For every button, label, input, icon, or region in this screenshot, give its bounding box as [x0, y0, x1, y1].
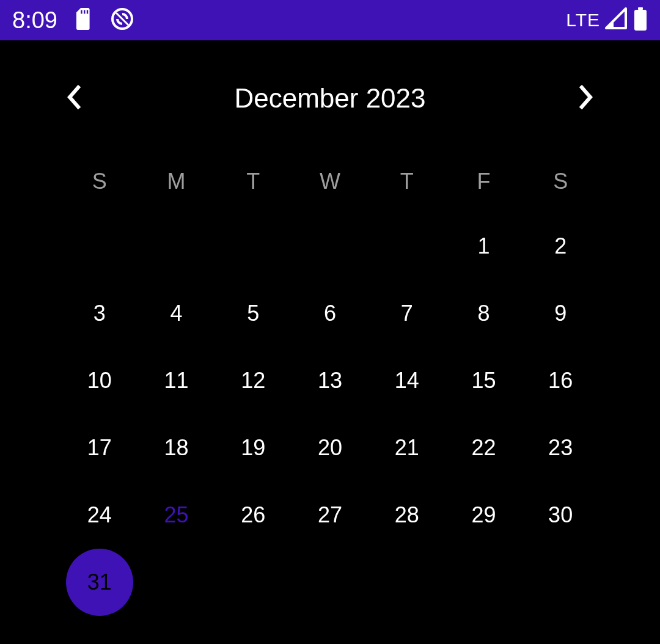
day-cell[interactable]: 12: [215, 347, 292, 414]
day-cell[interactable]: 11: [138, 347, 215, 414]
empty-day-cell: [369, 213, 446, 280]
next-month-button[interactable]: [574, 86, 599, 111]
day-number: 19: [219, 414, 287, 481]
empty-day-cell: [215, 213, 292, 280]
day-number: 16: [527, 347, 594, 414]
day-cell[interactable]: 15: [446, 347, 522, 414]
day-number: 27: [296, 481, 364, 549]
day-number: 9: [527, 280, 594, 347]
day-number: 21: [373, 414, 441, 481]
month-title[interactable]: December 2023: [234, 83, 425, 114]
day-number: 30: [527, 481, 594, 549]
weekday-header: W: [292, 169, 369, 194]
day-cell[interactable]: 23: [522, 414, 599, 481]
day-number: 15: [450, 347, 517, 414]
weekday-header: M: [138, 169, 215, 194]
weekday-header: S: [522, 169, 599, 194]
day-cell[interactable]: 20: [292, 414, 369, 481]
weekday-header: F: [446, 169, 522, 194]
day-cell[interactable]: 16: [522, 347, 599, 414]
day-cell[interactable]: 21: [369, 414, 446, 481]
day-cell[interactable]: 5: [215, 280, 292, 347]
day-number: 4: [143, 280, 210, 347]
day-number: 6: [296, 280, 364, 347]
day-cell[interactable]: 31: [61, 549, 138, 616]
signal-icon: [605, 7, 628, 33]
day-number: 31: [66, 549, 133, 616]
prev-month-button[interactable]: [61, 86, 86, 111]
day-cell[interactable]: 3: [61, 280, 138, 347]
day-number: 8: [450, 280, 517, 347]
day-cell[interactable]: 14: [369, 347, 446, 414]
day-cell[interactable]: 17: [61, 414, 138, 481]
day-number: 17: [66, 414, 133, 481]
calendar-header: December 2023: [61, 65, 599, 132]
svg-rect-3: [634, 10, 647, 31]
day-cell[interactable]: 24: [61, 481, 138, 549]
day-number: 25: [143, 481, 210, 549]
day-cell[interactable]: 1: [446, 213, 522, 280]
day-number: 1: [450, 213, 517, 280]
day-number: 20: [296, 414, 364, 481]
day-cell[interactable]: 7: [369, 280, 446, 347]
day-number: 24: [66, 481, 133, 549]
day-cell[interactable]: 2: [522, 213, 599, 280]
battery-icon: [633, 7, 648, 33]
calendar-container: December 2023 SMTWTFS 123456789101112131…: [0, 40, 660, 616]
day-cell[interactable]: 13: [292, 347, 369, 414]
weekday-header: T: [215, 169, 292, 194]
day-cell[interactable]: 25: [138, 481, 215, 549]
day-cell[interactable]: 4: [138, 280, 215, 347]
day-cell[interactable]: 19: [215, 414, 292, 481]
chevron-right-icon: [579, 85, 594, 112]
day-number: 7: [373, 280, 441, 347]
day-cell[interactable]: 27: [292, 481, 369, 549]
day-cell[interactable]: 8: [446, 280, 522, 347]
day-number: 3: [66, 280, 133, 347]
day-number: 22: [450, 414, 517, 481]
chevron-left-icon: [66, 85, 81, 112]
day-number: 12: [219, 347, 287, 414]
svg-rect-2: [638, 7, 643, 10]
day-cell[interactable]: 18: [138, 414, 215, 481]
day-number: 11: [143, 347, 210, 414]
day-cell[interactable]: 6: [292, 280, 369, 347]
status-left: 8:09: [12, 7, 134, 34]
day-number: 28: [373, 481, 441, 549]
day-number: 5: [219, 280, 287, 347]
empty-day-cell: [138, 213, 215, 280]
status-time: 8:09: [12, 7, 57, 34]
days-grid: 1234567891011121314151617181920212223242…: [61, 213, 599, 616]
day-number: 18: [143, 414, 210, 481]
day-cell[interactable]: 28: [369, 481, 446, 549]
sync-disabled-icon: [110, 7, 134, 34]
day-number: 29: [450, 481, 517, 549]
weekday-header: S: [61, 169, 138, 194]
weekday-row: SMTWTFS: [61, 169, 599, 194]
day-cell[interactable]: 26: [215, 481, 292, 549]
day-number: 14: [373, 347, 441, 414]
status-bar: 8:09 LTE: [0, 0, 660, 40]
day-cell[interactable]: 9: [522, 280, 599, 347]
sd-card-icon: [75, 8, 93, 32]
empty-day-cell: [61, 213, 138, 280]
day-number: 10: [66, 347, 133, 414]
day-cell[interactable]: 30: [522, 481, 599, 549]
day-number: 26: [219, 481, 287, 549]
day-cell[interactable]: 10: [61, 347, 138, 414]
day-cell[interactable]: 29: [446, 481, 522, 549]
network-label: LTE: [566, 10, 600, 31]
day-cell[interactable]: 22: [446, 414, 522, 481]
weekday-header: T: [369, 169, 446, 194]
empty-day-cell: [292, 213, 369, 280]
day-number: 2: [527, 213, 594, 280]
day-number: 13: [296, 347, 364, 414]
status-right: LTE: [566, 7, 648, 33]
day-number: 23: [527, 414, 594, 481]
